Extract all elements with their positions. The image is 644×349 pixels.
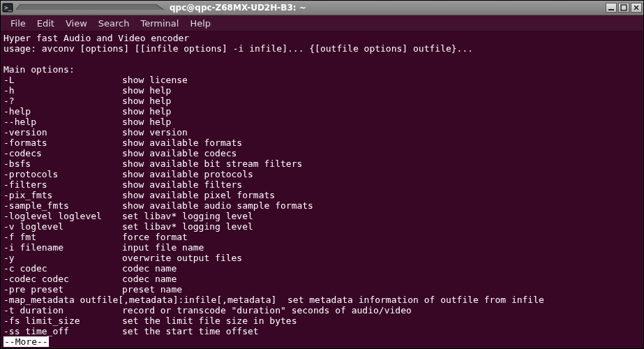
option-row: -pre presetpreset name (3, 284, 641, 295)
option-desc: set libav* logging level (122, 211, 253, 221)
option-row: -filtersshow available filters (3, 179, 641, 190)
option-flag: -t duration (3, 305, 122, 315)
terminal-window: >_ qpc@qpc-Z68MX-UD2H-B3: ~ File Edit Vi… (0, 0, 644, 349)
option-flag: -c codec (3, 263, 122, 274)
option-flag: -pre preset (3, 284, 122, 295)
option-flag: -protocols (3, 169, 122, 179)
option-row: -yoverwrite output files (3, 253, 641, 263)
option-desc: input file name (122, 242, 204, 253)
option-flag: -version (3, 127, 122, 138)
terminal-output[interactable]: Hyper fast Audio and Video encoderusage:… (1, 31, 643, 348)
line: usage: avconv [options] [[infile options… (3, 43, 641, 54)
window-title: qpc@qpc-Z68MX-UD2H-B3: ~ (170, 3, 606, 13)
option-row: -codec codeccodec name (3, 274, 641, 284)
option-row: -versionshow version (3, 127, 641, 138)
svg-rect-3 (621, 5, 627, 10)
option-desc: show available filters (122, 179, 242, 190)
line: -map_metadata outfile[,metadata]:infile[… (3, 295, 641, 305)
option-flag: -v loglevel (3, 221, 122, 232)
terminal-app-icon: >_ (2, 2, 13, 13)
option-desc: force format (122, 232, 188, 242)
menu-file[interactable]: File (5, 17, 31, 30)
option-desc: show help (122, 85, 171, 96)
maximize-button[interactable] (618, 3, 629, 13)
titlebar-tab-decoration (16, 4, 170, 10)
option-desc: show license (122, 75, 188, 85)
option-flag: -bsfs (3, 158, 122, 169)
option-row: -i filenameinput file name (3, 242, 641, 253)
option-flag: -codecs (3, 148, 122, 158)
option-flag: -formats (3, 138, 122, 148)
line (3, 54, 641, 64)
option-row: -Lshow license (3, 75, 641, 85)
option-desc: show available pixel formats (122, 190, 275, 200)
line: Main options: (3, 64, 641, 75)
option-row: -ss time_offset the start time offset (3, 326, 641, 336)
option-desc: set libav* logging level (122, 221, 253, 232)
option-row: -bsfsshow available bit stream filters (3, 158, 641, 169)
option-flag: -filters (3, 179, 122, 190)
option-row: -sample_fmtsshow available audio sample … (3, 200, 641, 211)
menu-search[interactable]: Search (93, 17, 135, 30)
option-row: -c codeccodec name (3, 263, 641, 274)
option-desc: show available audio sample formats (122, 200, 313, 211)
menu-view[interactable]: View (60, 17, 93, 30)
option-desc: overwrite output files (122, 253, 242, 263)
option-desc: show available formats (122, 138, 242, 148)
svg-rect-2 (608, 9, 614, 10)
option-desc: show available codecs (122, 148, 237, 158)
option-flag: -help (3, 106, 122, 117)
option-desc: show available bit stream filters (122, 158, 302, 169)
option-flag: -ss time_off (3, 326, 122, 336)
option-flag: -y (3, 253, 122, 263)
option-desc: codec name (122, 263, 177, 274)
option-flag: -f fmt (3, 232, 122, 242)
option-row: -hshow help (3, 85, 641, 96)
option-flag: -i filename (3, 242, 122, 253)
option-flag: -pix_fmts (3, 190, 122, 200)
line: Hyper fast Audio and Video encoder (3, 33, 641, 43)
option-row: -pix_fmtsshow available pixel formats (3, 190, 641, 200)
menu-terminal[interactable]: Terminal (135, 17, 184, 30)
option-row: -t durationrecord or transcode "duration… (3, 305, 641, 315)
option-row: -loglevel loglevelset libav* logging lev… (3, 211, 641, 221)
close-button[interactable] (631, 3, 642, 13)
option-row: -protocolsshow available protocols (3, 169, 641, 179)
option-desc: show help (122, 106, 171, 117)
minimize-button[interactable] (606, 3, 617, 13)
titlebar[interactable]: >_ qpc@qpc-Z68MX-UD2H-B3: ~ (1, 1, 643, 15)
option-desc: codec name (122, 274, 177, 284)
option-row: --helpshow help (3, 117, 641, 127)
menubar: File Edit View Search Terminal Help (1, 15, 643, 31)
option-row: -fs limit_sizeset the limit file size in… (3, 315, 641, 326)
option-row: -formatsshow available formats (3, 138, 641, 148)
option-row: -codecsshow available codecs (3, 148, 641, 158)
option-desc: show available protocols (122, 169, 253, 179)
pager-more-prompt[interactable]: --More-- (3, 336, 49, 347)
option-flag: -sample_fmts (3, 200, 122, 211)
option-flag: -loglevel loglevel (3, 211, 122, 221)
option-flag: -fs limit_size (3, 315, 122, 326)
option-desc: set the limit file size in bytes (122, 315, 297, 326)
option-row: -v loglevelset libav* logging level (3, 221, 641, 232)
option-row: -helpshow help (3, 106, 641, 117)
option-flag: --help (3, 117, 122, 127)
menu-help[interactable]: Help (184, 17, 216, 30)
option-flag: -codec codec (3, 274, 122, 284)
option-flag: -L (3, 75, 122, 85)
svg-text:>_: >_ (4, 4, 12, 11)
option-desc: show help (122, 96, 171, 106)
option-desc: show version (122, 127, 188, 138)
option-desc: preset name (122, 284, 182, 295)
option-row: -f fmtforce format (3, 232, 641, 242)
option-desc: record or transcode "duration" seconds o… (122, 305, 412, 315)
menu-edit[interactable]: Edit (31, 17, 60, 30)
option-flag: -h (3, 85, 122, 96)
option-flag: -? (3, 96, 122, 106)
option-row: -?show help (3, 96, 641, 106)
option-desc: show help (122, 117, 171, 127)
option-desc: set the start time offset (122, 326, 259, 336)
